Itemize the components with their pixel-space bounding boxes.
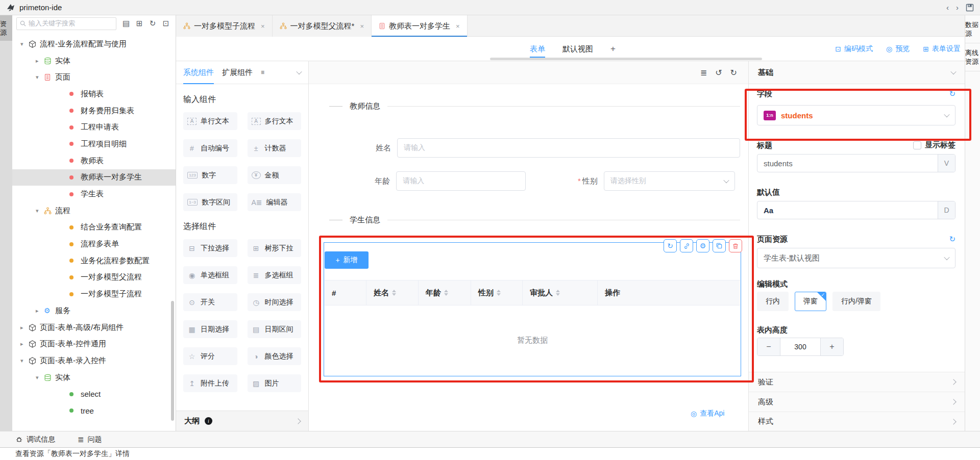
palette-component[interactable]: A 多行文本: [248, 112, 302, 130]
import-file-icon[interactable]: ▤: [120, 18, 132, 29]
palette-component[interactable]: ± 计数器: [248, 139, 302, 157]
props-section-advanced[interactable]: 高级: [749, 392, 965, 412]
palette-component[interactable]: A 单行文本: [183, 112, 237, 130]
edit-mode-option[interactable]: 弹窗: [795, 292, 826, 311]
tree-item[interactable]: ⚙ 报销表: [12, 86, 176, 103]
copy-icon[interactable]: [713, 239, 726, 252]
tree-item[interactable]: ⚙ 实体: [12, 53, 176, 69]
subtable-column-header[interactable]: 审批人: [523, 280, 598, 305]
problems-button[interactable]: ≣ 问题: [78, 435, 102, 444]
undo-icon[interactable]: ↺: [715, 68, 722, 78]
refresh-icon[interactable]: ↻: [147, 18, 158, 29]
palette-component[interactable]: ▨ 图片: [248, 374, 302, 392]
tree-scrollbar[interactable]: [171, 301, 174, 421]
tree-item[interactable]: ⚙ 页面-表单-控件通用: [12, 336, 176, 352]
subtable-column-header[interactable]: 操作: [598, 280, 740, 305]
page-resource-refresh-icon[interactable]: ↻: [949, 235, 955, 244]
palette-component[interactable]: ⊞ 树形下拉: [248, 239, 302, 257]
tab-close-icon[interactable]: ×: [261, 22, 265, 30]
tree-expand-icon[interactable]: [36, 308, 44, 314]
gear-icon[interactable]: ⚙: [696, 239, 709, 252]
tree-item[interactable]: ⚙ 页面: [12, 69, 176, 86]
tree-expand-icon[interactable]: [36, 208, 44, 214]
tree-item[interactable]: ⚙ 一对多模型子流程: [12, 286, 176, 302]
sort-icon[interactable]: [497, 290, 501, 296]
palette-component[interactable]: 123 数字: [183, 166, 237, 184]
tree-item[interactable]: ⚙ 工程项目明细: [12, 136, 176, 152]
tree-item[interactable]: ⚙ 一对多模型父流程: [12, 269, 176, 286]
tree-item[interactable]: ⚙ 业务化流程参数配置: [12, 252, 176, 269]
subtable-column-header[interactable]: 姓名: [366, 280, 419, 305]
palette-tab[interactable]: 扩展组件: [222, 61, 253, 84]
viewbar-action[interactable]: ⊞ 表单设置: [923, 44, 961, 54]
redo-icon[interactable]: ↻: [730, 68, 737, 78]
title-input[interactable]: students V: [757, 154, 955, 172]
checkbox[interactable]: [913, 141, 921, 149]
collapse-panel-icon[interactable]: ⊡: [160, 18, 172, 29]
tree-item[interactable]: ⚙ 流程-业务流程配置与使用: [12, 36, 176, 53]
palette-component[interactable]: ≣ 多选框组: [248, 266, 302, 284]
palette-component[interactable]: 1~3 数字区间: [183, 193, 237, 211]
props-section-validation[interactable]: 验证: [749, 372, 965, 392]
palette-component[interactable]: ◷ 时间选择: [248, 293, 302, 311]
new-folder-icon[interactable]: ⊞: [134, 18, 145, 29]
add-row-button[interactable]: + 新增: [325, 251, 369, 269]
tab-close-icon[interactable]: ×: [360, 22, 364, 30]
resources-strip-tab[interactable]: 资源: [0, 15, 12, 41]
palette-component[interactable]: # 自动编号: [183, 139, 237, 157]
tree-expand-icon[interactable]: [36, 74, 44, 81]
palette-component[interactable]: ▤ 日期区间: [248, 320, 302, 338]
page-resource-select[interactable]: 学生表-默认视图: [757, 248, 955, 268]
tree-item[interactable]: ⚙ tree: [12, 402, 176, 419]
default-value-input[interactable]: Aa D: [757, 201, 955, 219]
tree-item[interactable]: ⚙ 页面-表单-高级/布局组件: [12, 319, 176, 336]
palette-menu-icon[interactable]: ≡: [261, 69, 264, 76]
tree-item[interactable]: ⚙ select: [12, 386, 176, 402]
stepper-minus-button[interactable]: −: [757, 338, 780, 355]
edit-mode-option[interactable]: 行内/弹窗: [832, 292, 880, 311]
offline-resources-strip-tab[interactable]: 离线资源: [965, 43, 980, 71]
tree-item[interactable]: ⚙ 流程: [12, 202, 176, 219]
tree-item[interactable]: ⚙ 工程申请表: [12, 119, 176, 136]
props-section-style[interactable]: 样式: [749, 412, 965, 431]
edit-mode-option[interactable]: 行内: [757, 292, 789, 311]
tree-item[interactable]: ⚙ 实体: [12, 369, 176, 386]
tree-expand-icon[interactable]: [20, 324, 29, 331]
tree-item[interactable]: ⚙ 教师表一对多学生: [12, 169, 176, 186]
palette-component[interactable]: ☆ 评分: [183, 347, 237, 365]
title-variable-button[interactable]: V: [938, 155, 955, 172]
tree-expand-icon[interactable]: [20, 41, 29, 47]
name-input[interactable]: 请输入: [397, 138, 740, 158]
tree-item[interactable]: ⚙ 财务费用归集表: [12, 103, 176, 119]
palette-component[interactable]: ⊙ 开关: [183, 293, 237, 311]
field-refresh-icon[interactable]: ↻: [949, 89, 955, 98]
palette-component[interactable]: ▦ 日期选择: [183, 320, 237, 338]
add-view-button[interactable]: +: [610, 44, 616, 54]
editor-tab[interactable]: 教师表一对多学生 ×: [372, 15, 468, 37]
search-input[interactable]: 输入关键字搜索: [16, 17, 116, 30]
palette-component[interactable]: ◉ 单选框组: [183, 266, 237, 284]
tree-item[interactable]: ⚙ 服务: [12, 302, 176, 319]
palette-component[interactable]: ↥ 附件上传: [183, 374, 237, 392]
nav-forward-icon[interactable]: ›: [956, 4, 959, 11]
editor-tab[interactable]: 一对多模型父流程* ×: [273, 15, 372, 37]
gender-select[interactable]: 请选择性别: [604, 171, 735, 191]
palette-component[interactable]: ⊟ 下拉选择: [183, 239, 237, 257]
horizontal-scrollbar[interactable]: [490, 58, 762, 60]
link-icon[interactable]: [680, 239, 693, 252]
tree-item[interactable]: ⚙ 流程多表单: [12, 236, 176, 252]
palette-component[interactable]: A≣ 编辑器: [248, 193, 302, 211]
show-label-checkbox[interactable]: 显示标签: [913, 140, 955, 150]
tree-item[interactable]: ⚙ 页面-表单-录入控件: [12, 352, 176, 369]
viewbar-action[interactable]: ◎ 预览: [886, 44, 910, 54]
tree-expand-icon[interactable]: [20, 341, 29, 347]
tree-item[interactable]: ⚙ 教师表: [12, 152, 176, 169]
subtable-column-header[interactable]: #: [325, 280, 366, 305]
tree-expand-icon[interactable]: [36, 374, 44, 381]
sync-icon[interactable]: ↻: [664, 239, 677, 252]
palette-component[interactable]: ¥ 金额: [248, 166, 302, 184]
subtable-component-selected[interactable]: + 新增 # 姓名 年龄: [324, 242, 741, 376]
sort-icon[interactable]: [444, 290, 448, 296]
subtable-column-header[interactable]: 性别: [471, 280, 523, 305]
nav-back-icon[interactable]: ‹: [946, 4, 949, 11]
